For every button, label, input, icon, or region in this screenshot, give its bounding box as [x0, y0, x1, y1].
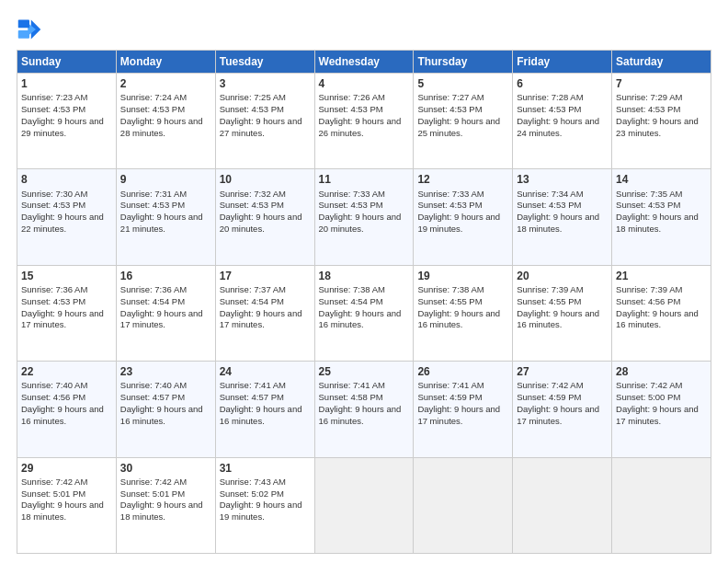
header — [17, 17, 711, 42]
sunset-label: Sunset: 4:55 PM — [517, 296, 581, 306]
day-number: 26 — [417, 364, 508, 379]
sunrise-label: Sunrise: 7:39 AM — [616, 284, 682, 294]
sunset-label: Sunset: 4:53 PM — [517, 200, 581, 210]
svg-rect-4 — [18, 30, 29, 39]
calendar-header-row: SundayMondayTuesdayWednesdayThursdayFrid… — [17, 51, 711, 74]
day-number: 3 — [220, 76, 311, 91]
sunset-label: Sunset: 4:53 PM — [517, 104, 581, 114]
day-cell: 20 Sunrise: 7:39 AM Sunset: 4:55 PM Dayl… — [513, 265, 612, 361]
daylight-label: Daylight: 9 hours and 16 minutes. — [120, 404, 203, 426]
week-row-1: 1 Sunrise: 7:23 AM Sunset: 4:53 PM Dayli… — [17, 74, 711, 169]
day-cell: 5 Sunrise: 7:27 AM Sunset: 4:53 PM Dayli… — [414, 74, 513, 169]
header-cell-friday: Friday — [513, 51, 612, 74]
daylight-label: Daylight: 9 hours and 22 minutes. — [21, 212, 104, 234]
day-number: 7 — [616, 76, 707, 91]
sunset-label: Sunset: 4:57 PM — [220, 392, 284, 402]
daylight-label: Daylight: 9 hours and 17 minutes. — [417, 404, 500, 426]
daylight-label: Daylight: 9 hours and 29 minutes. — [21, 116, 104, 138]
sunset-label: Sunset: 4:53 PM — [220, 104, 284, 114]
sunrise-label: Sunrise: 7:35 AM — [616, 189, 682, 199]
daylight-label: Daylight: 9 hours and 18 minutes. — [120, 500, 203, 522]
daylight-label: Daylight: 9 hours and 16 minutes. — [417, 308, 500, 330]
day-number: 29 — [21, 461, 112, 476]
daylight-label: Daylight: 9 hours and 19 minutes. — [417, 212, 500, 234]
sunset-label: Sunset: 4:53 PM — [220, 200, 284, 210]
sunset-label: Sunset: 4:58 PM — [319, 392, 383, 402]
sunrise-label: Sunrise: 7:30 AM — [21, 189, 87, 199]
day-cell: 16 Sunrise: 7:36 AM Sunset: 4:54 PM Dayl… — [116, 265, 215, 361]
day-number: 12 — [417, 172, 508, 187]
day-cell: 9 Sunrise: 7:31 AM Sunset: 4:53 PM Dayli… — [116, 169, 215, 265]
svg-rect-3 — [18, 20, 29, 29]
day-number: 25 — [319, 364, 410, 379]
sunrise-label: Sunrise: 7:25 AM — [220, 92, 286, 102]
sunrise-label: Sunrise: 7:43 AM — [220, 477, 286, 487]
day-cell: 30 Sunrise: 7:42 AM Sunset: 5:01 PM Dayl… — [116, 457, 215, 553]
day-number: 18 — [319, 269, 410, 283]
sunrise-label: Sunrise: 7:23 AM — [21, 92, 87, 102]
logo-icon — [17, 17, 42, 42]
sunrise-label: Sunrise: 7:28 AM — [517, 92, 583, 102]
sunset-label: Sunset: 4:53 PM — [616, 104, 680, 114]
day-cell: 31 Sunrise: 7:43 AM Sunset: 5:02 PM Dayl… — [215, 457, 314, 553]
day-cell: 15 Sunrise: 7:36 AM Sunset: 4:53 PM Dayl… — [17, 265, 117, 361]
logo — [17, 17, 46, 42]
day-cell — [612, 457, 711, 553]
sunrise-label: Sunrise: 7:36 AM — [120, 284, 187, 294]
week-row-5: 29 Sunrise: 7:42 AM Sunset: 5:01 PM Dayl… — [17, 457, 711, 553]
sunset-label: Sunset: 5:01 PM — [120, 488, 185, 499]
day-cell: 29 Sunrise: 7:42 AM Sunset: 5:01 PM Dayl… — [17, 457, 117, 553]
day-cell — [414, 457, 513, 553]
header-cell-wednesday: Wednesday — [314, 51, 414, 74]
day-cell: 1 Sunrise: 7:23 AM Sunset: 4:53 PM Dayli… — [17, 74, 117, 169]
sunset-label: Sunset: 4:53 PM — [319, 104, 383, 114]
day-number: 1 — [21, 76, 112, 91]
daylight-label: Daylight: 9 hours and 20 minutes. — [220, 212, 302, 234]
day-cell: 8 Sunrise: 7:30 AM Sunset: 4:53 PM Dayli… — [17, 169, 117, 265]
day-cell: 11 Sunrise: 7:33 AM Sunset: 4:53 PM Dayl… — [314, 169, 414, 265]
sunrise-label: Sunrise: 7:40 AM — [120, 380, 187, 390]
day-cell: 17 Sunrise: 7:37 AM Sunset: 4:54 PM Dayl… — [215, 265, 314, 361]
daylight-label: Daylight: 9 hours and 23 minutes. — [616, 116, 699, 138]
sunrise-label: Sunrise: 7:26 AM — [319, 92, 385, 102]
sunset-label: Sunset: 4:53 PM — [616, 200, 680, 210]
sunset-label: Sunset: 4:53 PM — [21, 296, 85, 306]
daylight-label: Daylight: 9 hours and 16 minutes. — [220, 404, 302, 426]
day-cell: 22 Sunrise: 7:40 AM Sunset: 4:56 PM Dayl… — [17, 362, 117, 457]
daylight-label: Daylight: 9 hours and 17 minutes. — [21, 308, 104, 330]
day-number: 31 — [220, 461, 311, 476]
day-cell: 28 Sunrise: 7:42 AM Sunset: 5:00 PM Dayl… — [612, 362, 711, 457]
day-number: 27 — [517, 364, 608, 379]
daylight-label: Daylight: 9 hours and 26 minutes. — [319, 116, 402, 138]
sunrise-label: Sunrise: 7:33 AM — [319, 189, 385, 199]
sunrise-label: Sunrise: 7:38 AM — [319, 284, 385, 294]
day-cell — [314, 457, 414, 553]
day-cell: 7 Sunrise: 7:29 AM Sunset: 4:53 PM Dayli… — [612, 74, 711, 169]
sunset-label: Sunset: 4:54 PM — [319, 296, 383, 306]
sunset-label: Sunset: 4:54 PM — [220, 296, 284, 306]
day-number: 16 — [120, 269, 211, 283]
day-number: 13 — [517, 172, 608, 187]
sunrise-label: Sunrise: 7:31 AM — [120, 189, 187, 199]
week-row-2: 8 Sunrise: 7:30 AM Sunset: 4:53 PM Dayli… — [17, 169, 711, 265]
sunset-label: Sunset: 5:02 PM — [220, 488, 284, 499]
day-number: 22 — [21, 364, 112, 379]
header-cell-monday: Monday — [116, 51, 215, 74]
sunset-label: Sunset: 4:54 PM — [120, 296, 185, 306]
sunrise-label: Sunrise: 7:42 AM — [616, 380, 682, 390]
sunrise-label: Sunrise: 7:29 AM — [616, 92, 682, 102]
header-cell-thursday: Thursday — [414, 51, 513, 74]
sunrise-label: Sunrise: 7:39 AM — [517, 284, 583, 294]
day-number: 24 — [220, 364, 311, 379]
sunset-label: Sunset: 5:01 PM — [21, 488, 85, 499]
daylight-label: Daylight: 9 hours and 16 minutes. — [319, 308, 402, 330]
sunset-label: Sunset: 4:56 PM — [616, 296, 680, 306]
sunset-label: Sunset: 4:59 PM — [517, 392, 581, 402]
day-number: 30 — [120, 461, 211, 476]
day-cell: 10 Sunrise: 7:32 AM Sunset: 4:53 PM Dayl… — [215, 169, 314, 265]
daylight-label: Daylight: 9 hours and 20 minutes. — [319, 212, 402, 234]
day-cell: 23 Sunrise: 7:40 AM Sunset: 4:57 PM Dayl… — [116, 362, 215, 457]
page: SundayMondayTuesdayWednesdayThursdayFrid… — [0, 0, 728, 563]
sunrise-label: Sunrise: 7:37 AM — [220, 284, 286, 294]
daylight-label: Daylight: 9 hours and 27 minutes. — [220, 116, 302, 138]
